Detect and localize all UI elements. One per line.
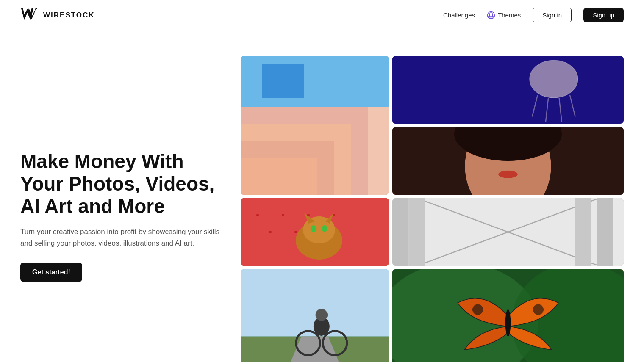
globe-icon: [487, 11, 495, 19]
svg-point-52: [316, 309, 328, 321]
themes-link[interactable]: Themes: [487, 11, 521, 19]
svg-point-58: [472, 304, 483, 315]
challenges-link[interactable]: Challenges: [443, 11, 475, 19]
svg-point-21: [498, 171, 518, 178]
svg-point-45: [311, 225, 316, 232]
svg-rect-11: [262, 64, 304, 98]
svg-point-34: [256, 214, 259, 216]
svg-rect-12: [392, 56, 624, 124]
signin-button[interactable]: Sign in: [533, 8, 572, 22]
hero-text-block: Make Money With Your Photos, Videos, AI …: [20, 150, 224, 282]
hero-section: Make Money With Your Photos, Videos, AI …: [0, 30, 644, 362]
svg-point-13: [530, 60, 578, 98]
hero-subtitle: Turn your creative passion into profit b…: [20, 226, 224, 249]
hero-title: Make Money With Your Photos, Videos, AI …: [20, 150, 224, 218]
themes-label: Themes: [498, 11, 521, 19]
svg-rect-28: [597, 198, 613, 266]
image-cat: [241, 198, 389, 266]
signup-button[interactable]: Sign up: [583, 8, 624, 22]
image-building: [392, 198, 624, 266]
svg-rect-31: [408, 198, 425, 266]
image-stairs: [241, 56, 389, 195]
logo-icon: [20, 7, 39, 23]
logo-text: WIRESTOCK: [43, 11, 95, 19]
svg-point-1: [490, 11, 493, 19]
svg-point-59: [533, 304, 544, 315]
navbar: WIRESTOCK Challenges Themes Sign in Sign…: [0, 0, 644, 30]
image-cyclist: [241, 269, 389, 362]
image-woman: [392, 127, 624, 195]
svg-rect-30: [392, 198, 408, 266]
svg-rect-9: [241, 158, 317, 195]
image-jellyfish: [392, 56, 624, 124]
nav-actions: Challenges Themes Sign in Sign up: [443, 8, 624, 22]
svg-rect-29: [575, 198, 591, 266]
logo[interactable]: WIRESTOCK: [20, 7, 95, 23]
svg-point-60: [505, 309, 511, 336]
image-butterfly: [392, 269, 624, 362]
svg-point-39: [294, 231, 297, 233]
get-started-button[interactable]: Get started!: [20, 263, 82, 282]
svg-point-38: [269, 231, 272, 233]
svg-point-46: [322, 225, 327, 232]
svg-point-35: [282, 214, 284, 216]
svg-point-0: [488, 11, 495, 19]
hero-image-grid: [241, 56, 624, 362]
